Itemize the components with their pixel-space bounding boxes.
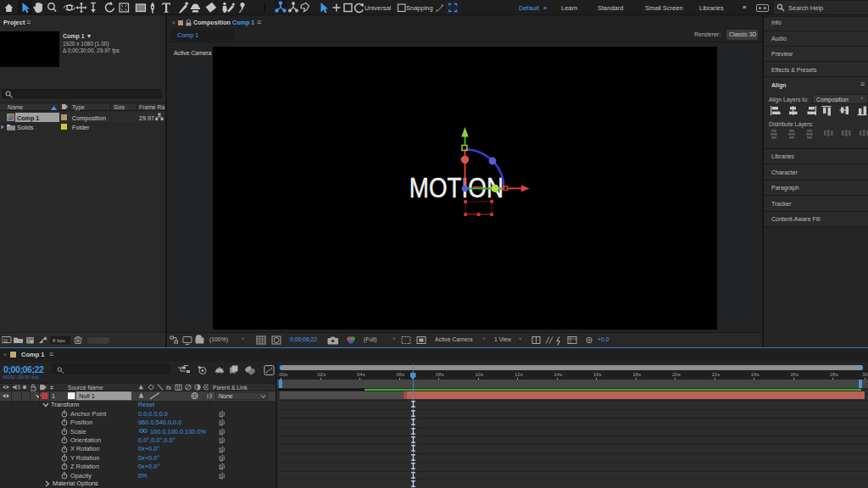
svg-text:MOTION: MOTION [409, 172, 504, 203]
svg-text:Null 1: Null 1 [79, 392, 95, 400]
svg-text:00: 00 [3, 338, 8, 343]
svg-text:Source Name: Source Name [68, 385, 103, 391]
svg-text:Parent & Link: Parent & Link [213, 385, 248, 391]
svg-text:8 bpc: 8 bpc [53, 337, 65, 343]
svg-text:1: 1 [52, 393, 55, 399]
svg-text:#: # [50, 385, 53, 391]
svg-text:fx: fx [166, 385, 172, 391]
